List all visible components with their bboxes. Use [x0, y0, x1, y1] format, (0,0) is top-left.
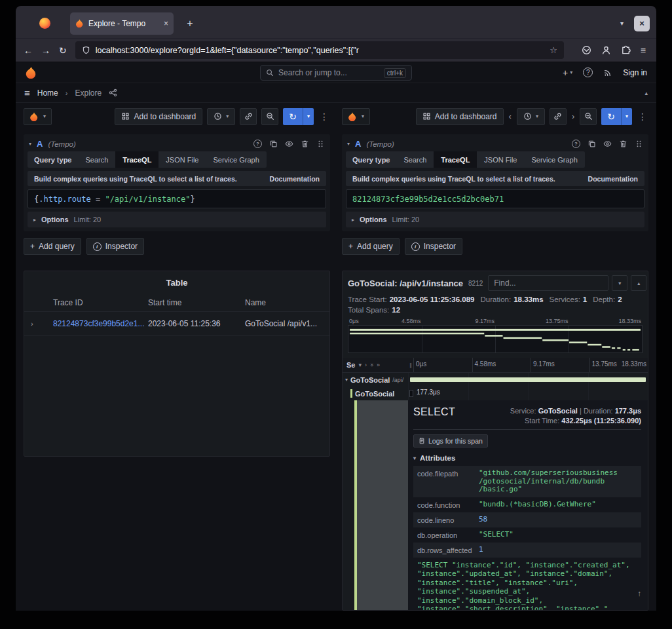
add-to-dashboard-button[interactable]: Add to dashboard	[115, 108, 202, 125]
col-name[interactable]: Name	[245, 298, 323, 307]
search-input[interactable]	[278, 68, 379, 77]
reload-button[interactable]: ↻	[59, 45, 67, 56]
service-column-label[interactable]: Se	[346, 361, 355, 369]
collapse-caret-icon[interactable]: ▴	[644, 90, 648, 96]
back-button[interactable]: ←	[24, 45, 33, 56]
menu-toggle-icon[interactable]: ≡	[24, 87, 30, 98]
pocket-icon[interactable]	[582, 45, 591, 55]
zoom-out-button[interactable]	[580, 108, 597, 125]
extensions-icon[interactable]	[621, 45, 631, 55]
table-row[interactable]: › 82124873cf3e99b5d2e1... 2023-06-05 11:…	[24, 311, 329, 336]
bookmark-star-icon[interactable]: ☆	[550, 45, 557, 55]
span-bar[interactable]	[410, 377, 646, 382]
help-button[interactable]: ?	[583, 67, 593, 77]
query-help-icon[interactable]: ?	[572, 140, 580, 148]
run-query-button[interactable]: ↻ ▾	[601, 108, 632, 125]
add-query-button[interactable]: + Add query	[24, 238, 81, 255]
sign-in-link[interactable]: Sign in	[623, 68, 647, 77]
kebab-menu-icon[interactable]: ⋮	[637, 111, 648, 122]
trace-minimap[interactable]: 0μs 4.58ms 9.17ms 13.75ms 18.33ms	[348, 317, 643, 353]
find-next-button[interactable]: ▾	[612, 275, 627, 291]
drag-handle-icon[interactable]	[316, 140, 325, 148]
panel-title[interactable]: Table	[24, 275, 329, 294]
new-tab-button[interactable]: +	[181, 15, 198, 32]
share-icon[interactable]	[109, 88, 117, 97]
tab-json-file[interactable]: JSON File	[159, 151, 206, 168]
window-close-button[interactable]: ×	[634, 16, 650, 31]
browser-menu-icon[interactable]: ≡	[641, 45, 646, 56]
tab-traceql[interactable]: TraceQL	[115, 151, 159, 168]
link-time-button[interactable]	[550, 108, 567, 125]
traceql-query-input[interactable]: 82124873cf3e99b5d2e1cc5d2bc0eb71	[346, 189, 644, 208]
tab-search[interactable]: Search	[396, 151, 434, 168]
add-query-button[interactable]: + Add query	[342, 238, 400, 255]
expand-all-icon[interactable]: »	[377, 362, 380, 368]
delete-query-icon[interactable]	[301, 140, 309, 148]
toggle-visibility-eye-icon[interactable]	[603, 140, 612, 148]
grafana-logo[interactable]	[25, 66, 37, 79]
duplicate-query-icon[interactable]	[269, 140, 278, 148]
col-start-time[interactable]: Start time	[148, 298, 245, 307]
collapse-all-icon[interactable]: »	[369, 363, 375, 366]
drag-handle-icon[interactable]	[635, 140, 643, 148]
collapse-query-caret[interactable]: ▾	[29, 141, 31, 147]
add-to-dashboard-button[interactable]: Add to dashboard	[416, 108, 504, 125]
collapse-span-caret[interactable]: ▾	[345, 377, 348, 383]
toggle-visibility-eye-icon[interactable]	[285, 140, 293, 148]
breadcrumb-home[interactable]: Home	[37, 88, 58, 98]
options-toggle[interactable]: ▸ Options Limit: 20	[28, 212, 326, 227]
options-toggle[interactable]: ▸ Options Limit: 20	[346, 212, 644, 227]
expand-caret-icon[interactable]: ›	[31, 320, 53, 328]
link-time-button[interactable]	[240, 108, 257, 125]
tab-traceql[interactable]: TraceQL	[434, 151, 477, 168]
run-interval-caret[interactable]: ▾	[303, 108, 314, 125]
tab-search[interactable]: Search	[78, 151, 115, 168]
chevron-down-icon[interactable]: ▾	[358, 362, 362, 368]
inspector-button[interactable]: i Inspector	[86, 238, 144, 255]
time-picker-button[interactable]: ▾	[207, 108, 235, 125]
new-dropdown-button[interactable]: +▾	[563, 67, 572, 78]
documentation-link[interactable]: Documentation	[588, 175, 638, 183]
scroll-top-icon[interactable]: ↑	[637, 589, 641, 598]
run-interval-caret[interactable]: ▾	[621, 108, 632, 125]
minimap-waterfall[interactable]	[348, 325, 643, 353]
browser-tab[interactable]: Explore - Tempo ×	[70, 12, 174, 35]
tab-service-graph[interactable]: Service Graph	[524, 151, 584, 168]
kebab-menu-icon[interactable]: ⋮	[318, 111, 330, 122]
collapse-query-caret[interactable]: ▾	[347, 141, 350, 147]
span-row-child[interactable]: GoToSocial 177.3μs	[343, 387, 648, 400]
widen-pane-left-button[interactable]: ‹	[508, 111, 512, 121]
delete-query-icon[interactable]	[619, 140, 627, 148]
duplicate-query-icon[interactable]	[588, 140, 596, 148]
find-prev-button[interactable]: ▴	[631, 275, 646, 291]
inspector-button[interactable]: i Inspector	[405, 238, 462, 255]
tab-service-graph[interactable]: Service Graph	[206, 151, 266, 168]
query-help-icon[interactable]: ?	[253, 140, 262, 148]
account-icon[interactable]	[601, 45, 611, 55]
forward-button[interactable]: →	[41, 45, 50, 56]
tab-close-icon[interactable]: ×	[164, 19, 168, 28]
tab-list-chevron-icon[interactable]: ▾	[620, 20, 624, 27]
logs-for-span-button[interactable]: Logs for this span	[413, 434, 488, 448]
attributes-toggle[interactable]: ▾ Attributes	[413, 454, 641, 462]
trace-title[interactable]: GoToSocial: /api/v1/instance	[348, 278, 463, 288]
tab-json-file[interactable]: JSON File	[477, 151, 524, 168]
time-picker-button[interactable]: ▾	[517, 108, 545, 125]
span-bar[interactable]	[410, 391, 413, 396]
widen-pane-right-button[interactable]: ›	[571, 111, 575, 121]
documentation-link[interactable]: Documentation	[270, 175, 320, 183]
datasource-picker[interactable]: ▾	[24, 108, 52, 125]
column-resizer-handle[interactable]: ∥	[408, 358, 413, 372]
find-input[interactable]	[488, 275, 608, 291]
datasource-picker[interactable]: ▾	[342, 108, 370, 125]
collapse-one-icon[interactable]: ›	[365, 362, 367, 368]
search-box[interactable]: ctrl+k	[260, 65, 412, 81]
url-text[interactable]: localhost:3000/explore?orgId=1&left={"da…	[96, 46, 544, 55]
col-trace-id[interactable]: Trace ID	[53, 298, 148, 307]
traceql-query-input[interactable]: {.http.route = "/api/v1/instance"}	[28, 189, 326, 208]
trace-id-link[interactable]: 82124873cf3e99b5d2e1...	[53, 319, 148, 328]
url-bar[interactable]: localhost:3000/explore?orgId=1&left={"da…	[75, 41, 564, 59]
zoom-out-button[interactable]	[261, 108, 278, 125]
span-row-root[interactable]: ▾ GoToSocial /api/	[343, 373, 648, 387]
run-query-button[interactable]: ↻ ▾	[283, 108, 314, 125]
